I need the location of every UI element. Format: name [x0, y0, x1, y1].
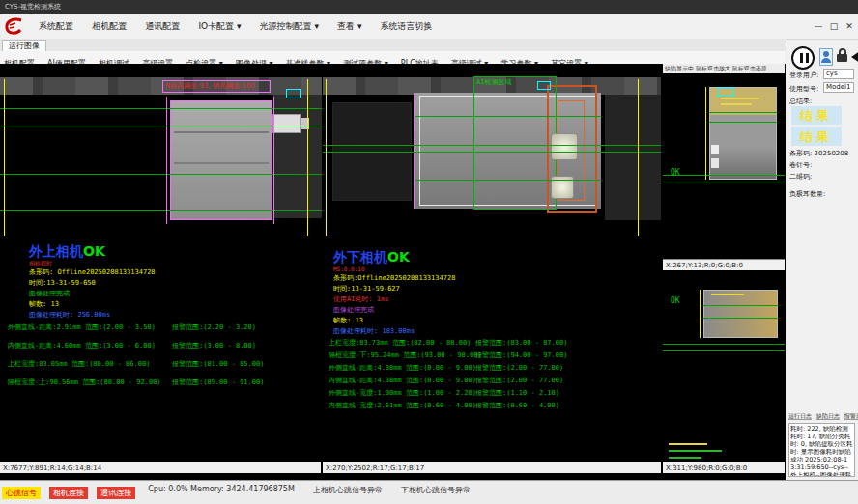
- measure-text: 上栏宽度:83.73mm 范围:(82.00 - 88.00): [329, 339, 471, 347]
- result-ok: OK: [83, 243, 105, 259]
- camera-name: 外上相机: [29, 243, 83, 259]
- ai-elapsed-line: 使用AI耗时: 1ms: [333, 294, 389, 304]
- baseline-green: [323, 145, 661, 146]
- baseline-green: [709, 122, 777, 123]
- log-output: 耗时: 222, 缺陷检测耗时: 17, 缺陷分类耗时: 0, 缺陷提取分区耗时…: [788, 423, 855, 477]
- bright-feature: [711, 158, 719, 168]
- menu-system-config[interactable]: 系统配置: [39, 14, 73, 39]
- measure-text: 外侧直线-距离:4.38mm 范围:(0.00 - 9.00): [329, 364, 476, 372]
- menu-camera-config[interactable]: 相机配置: [92, 14, 127, 39]
- measure-row: 外侧直线-宽度:1.90mm 范围:(1.00 - 2.20) 报警范围:(1.…: [329, 388, 657, 398]
- menu-io-config[interactable]: IO卡配置 ▾: [198, 14, 241, 39]
- window-title: CYS-视觉检测系统: [5, 3, 61, 11]
- measure-text: 内侧直线-距离:4.38mm 范围:(0.00 - 9.00): [329, 377, 476, 384]
- measure-row: 内侧直线-宽度:2.61mm 范围:(0.60 - 4.00) 报警范围:(0.…: [329, 401, 657, 410]
- cyan-roi-marker: [286, 89, 301, 98]
- tab-strip: 运行图像: [0, 39, 786, 52]
- baseline-green: [703, 305, 778, 306]
- lower-camera-warning: 下相机心跳信号异常: [401, 485, 471, 495]
- elapsed-line: 图像处理耗时: 256.00ms: [29, 310, 110, 320]
- tiny-annotation: [669, 450, 722, 452]
- frame-count-line: 帧数: 13: [29, 299, 59, 309]
- menu-view[interactable]: 查看 ▾: [337, 14, 361, 39]
- object-texture-line: [174, 162, 269, 164]
- thumb-header-note: 缺陷显示中 鼠标双击放大 鼠标双击还原: [663, 64, 785, 73]
- maximize-button[interactable]: □: [827, 14, 841, 39]
- log-tab-run[interactable]: 运行日志: [788, 412, 812, 420]
- pause-button[interactable]: [791, 46, 815, 70]
- alarm-sound-button[interactable]: [851, 48, 858, 66]
- main-workspace: N标高阈值:93, 明亮阈值:100 外上相机OK 相机即时 条形码: Offl…: [0, 64, 786, 480]
- baseline-green: [703, 318, 778, 319]
- right-control-panel: 登录用户: cys 使用型号: Model1 总结果: 结果 结果 条形码: 2…: [786, 41, 858, 480]
- camera-result-title: 外下相机OK: [333, 249, 410, 266]
- ref-line-yellow: [307, 79, 308, 236]
- baseline-green: [663, 344, 785, 345]
- thumb-ok-label: OK: [671, 168, 680, 177]
- tiny-annotation: [721, 98, 759, 99]
- user-login-button[interactable]: [819, 48, 833, 66]
- log-tab-alarm[interactable]: 报警日志: [844, 412, 858, 420]
- close-button[interactable]: ✕: [843, 14, 856, 39]
- total-result-label: 总结果:: [789, 97, 812, 106]
- alarm-text: 报警范围:(3.00 - 8.00): [172, 341, 256, 350]
- lock-icon: [837, 54, 847, 62]
- edge-marker-magenta: [273, 97, 274, 224]
- bright-feature: [711, 145, 719, 154]
- camera-view-lower[interactable]: AI检测区域 外下相机OK MS:0:0:10 条形码:Offline20250…: [323, 64, 661, 462]
- toolbar: 相机配置 AI使用配置 相机调试 高级设置 点检设置 ▾ 图像处理 ▾ 基准线参…: [0, 51, 786, 65]
- measure-row: 外侧直线-距离:2.91mm 范围:(2.00 - 3.50) 报警范围:(2.…: [8, 322, 317, 332]
- thumb-ok-label: OK: [671, 296, 680, 305]
- tiny-annotation: [669, 443, 707, 445]
- tiny-annotation: [669, 457, 701, 459]
- result-ok: OK: [387, 249, 410, 265]
- connector-tab: [272, 114, 301, 133]
- inspected-object: [170, 100, 272, 220]
- alarm-text: 报警范围:(89.00 - 91.00): [172, 378, 264, 387]
- comm-connect-badge: 通讯连接: [97, 487, 135, 499]
- thumbnail-view-2[interactable]: OK: [663, 271, 785, 462]
- menu-language-switch[interactable]: 系统语言切换: [381, 14, 433, 39]
- process-done-line: 图像处理完成: [333, 305, 374, 315]
- bright-feature: [551, 133, 578, 160]
- edge-marker-magenta: [414, 93, 415, 209]
- pause-icon: [800, 53, 803, 63]
- camera-sub-status: MS:0:0:10: [333, 266, 365, 272]
- object-texture-line: [174, 131, 269, 133]
- log-tab-defect[interactable]: 缺陷日志: [816, 412, 840, 420]
- thumbnail-view-1[interactable]: OK: [663, 73, 785, 259]
- tiny-annotation: [711, 294, 744, 295]
- qr-code-label: 二维码:: [789, 172, 812, 182]
- measure-row: 内侧直线-距离:4.38mm 范围:(0.00 - 9.00) 报警范围:(2.…: [329, 376, 657, 385]
- measure-text: 外侧直线-距离:2.91mm 范围:(2.00 - 3.50): [8, 323, 156, 331]
- measure-row: 隔框宽度-上:90.56mm 范围:(88.00 - 92.00) 报警范围:(…: [8, 378, 317, 387]
- ref-line-yellow: [4, 79, 5, 236]
- barcode-line: 条形码: Offline20250208133134728: [29, 267, 156, 277]
- machine-band: [0, 77, 322, 95]
- cyan-roi-marker: [537, 81, 551, 90]
- time-line: 时间:13-31-59-650: [29, 278, 96, 288]
- baseline-green: [415, 116, 601, 117]
- menu-comm-config[interactable]: 通讯配置: [145, 14, 180, 39]
- fixture-structure: [605, 95, 661, 220]
- alarm-text: 报警范围:(81.00 - 85.00): [172, 359, 264, 369]
- alarm-text: 报警范围:(2.00 - 77.00): [475, 376, 563, 385]
- status-bar: 心跳信号 相机连接 通讯连接 Cpu: 0.0% Memory: 3424.41…: [0, 480, 858, 504]
- model-select[interactable]: Model1: [823, 82, 854, 93]
- menu-light-config[interactable]: 光源控制配置 ▾: [260, 14, 319, 39]
- reel-number-label: 卷针号:: [789, 160, 812, 170]
- ai-detect-label: AI检测区域: [476, 77, 511, 87]
- alarm-text: 报警范围:(83.00 - 87.00): [475, 338, 567, 348]
- alarm-text: 报警范围:(2.20 - 3.20): [172, 322, 256, 332]
- menubar: 系统配置 相机配置 通讯配置 IO卡配置 ▾ 光源控制配置 ▾ 查看 ▾ 系统语…: [0, 14, 858, 40]
- measure-text: 内侧直线-距离:4.60mm 范围:(3.00 - 6.00): [8, 342, 156, 350]
- lock-button[interactable]: [836, 48, 848, 66]
- process-done-line: 图像处理完成: [29, 289, 70, 298]
- measure-text: 隔框宽度-上:90.56mm 范围:(88.00 - 92.00): [8, 378, 161, 386]
- alarm-text: 报警范围:(2.00 - 77.00): [475, 363, 563, 373]
- camera-connect-badge: 相机连接: [49, 487, 88, 499]
- measure-text: 隔框宽度-下:95.24mm 范围:(93.00 - 98.00): [329, 351, 482, 359]
- app-logo-icon: [4, 16, 25, 36]
- camera-view-upper[interactable]: N标高阈值:93, 明亮阈值:100 外上相机OK 相机即时 条形码: Offl…: [0, 64, 322, 462]
- minimize-button[interactable]: —: [812, 14, 825, 39]
